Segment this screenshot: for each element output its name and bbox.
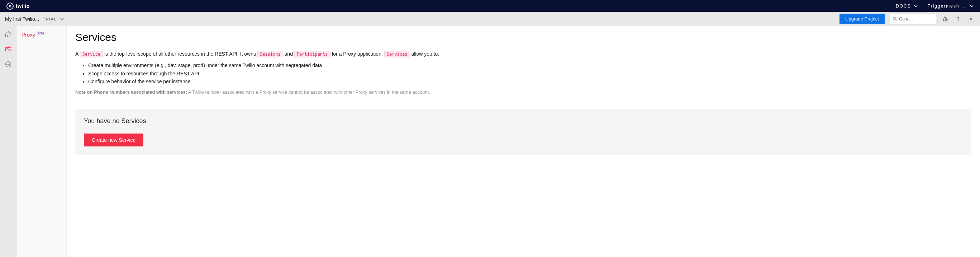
empty-state-card: You have no Services Create new Service [75,109,971,155]
list-item: Configure behavior of the service per in… [88,78,971,85]
docs-label: DOCS [896,3,911,9]
svg-point-20 [8,64,9,65]
twilio-logo-icon [6,3,14,10]
more-icon[interactable] [5,61,12,68]
svg-point-4 [893,17,896,20]
note-paragraph: Note on Phone Numbers associated with se… [75,89,971,96]
svg-line-12 [943,20,944,21]
svg-line-5 [896,20,897,21]
trial-badge: TRIAL [43,17,57,21]
upgrade-button[interactable]: Upgrade Project [840,14,885,24]
subheader: My first Twilio... TRIAL Upgrade Project [0,12,980,26]
service-pill: Service [80,51,103,57]
text: and [285,51,294,57]
side-panel: Proxy Beta [16,26,67,257]
svg-point-21 [9,64,10,65]
svg-point-0 [9,5,10,6]
intro-paragraph: A Service is the top-level scope of all … [75,50,971,58]
search-box[interactable] [890,14,936,24]
project-switcher[interactable]: My first Twilio... TRIAL [5,16,64,22]
brand[interactable]: twilio [6,3,30,10]
list-item: Create multiple environments (e.g., dev,… [88,61,971,69]
svg-line-13 [946,20,947,21]
account-menu[interactable]: Triggermesh ... [928,3,974,9]
docs-link[interactable]: DOCS [896,3,918,9]
search-input[interactable] [899,16,933,22]
svg-point-15 [970,18,972,20]
svg-point-19 [6,64,7,65]
sessions-pill: Sessions [258,51,283,57]
help-icon[interactable] [954,15,962,23]
chevron-down-icon [60,18,64,20]
empty-state-title: You have no Services [84,117,963,125]
proxy-icon[interactable] [5,46,12,53]
chevron-down-icon [914,5,918,7]
page-title: Services [75,31,971,43]
svg-point-3 [10,6,11,7]
subheader-right: Upgrade Project [840,14,975,24]
settings-icon[interactable] [967,15,975,23]
chevron-down-icon [970,5,974,7]
topbar-right: DOCS Triggermesh ... [896,3,974,9]
create-service-button[interactable]: Create new Service [84,134,143,147]
main-content: Services A Service is the top-level scop… [67,26,980,257]
search-icon [893,16,897,21]
brand-name: twilio [16,3,30,9]
debug-icon[interactable] [941,15,949,23]
svg-point-2 [9,6,10,7]
participants-pill: Participants [294,51,331,57]
svg-point-1 [10,5,11,6]
note-text: A Twilio number associated with a Proxy … [188,89,430,95]
text: is the top-level scope of all other reso… [104,51,258,57]
text: for a Proxy application. [332,51,384,57]
home-icon[interactable] [5,30,12,38]
svg-line-17 [5,47,11,51]
svg-line-10 [943,18,944,18]
topbar: twilio DOCS Triggermesh ... [0,0,980,12]
account-label: Triggermesh ... [928,3,967,9]
feature-list: Create multiple environments (e.g., dev,… [88,61,971,85]
text: allow you to: [411,51,439,57]
side-title: Proxy [22,32,35,38]
icon-sidebar [0,26,16,257]
svg-line-11 [946,18,947,18]
svg-point-14 [958,21,958,21]
project-name: My first Twilio... [5,16,39,22]
side-panel-heading[interactable]: Proxy Beta [22,31,61,38]
description: A Service is the top-level scope of all … [75,50,971,96]
note-label: Note on Phone Numbers associated with se… [75,89,187,95]
main-layout: Proxy Beta Services A Service is the top… [0,26,980,257]
list-item: Scope access to resources through the RE… [88,70,971,78]
services-pill: Services [384,51,410,57]
beta-badge: Beta [37,31,44,35]
text: A [75,51,80,57]
